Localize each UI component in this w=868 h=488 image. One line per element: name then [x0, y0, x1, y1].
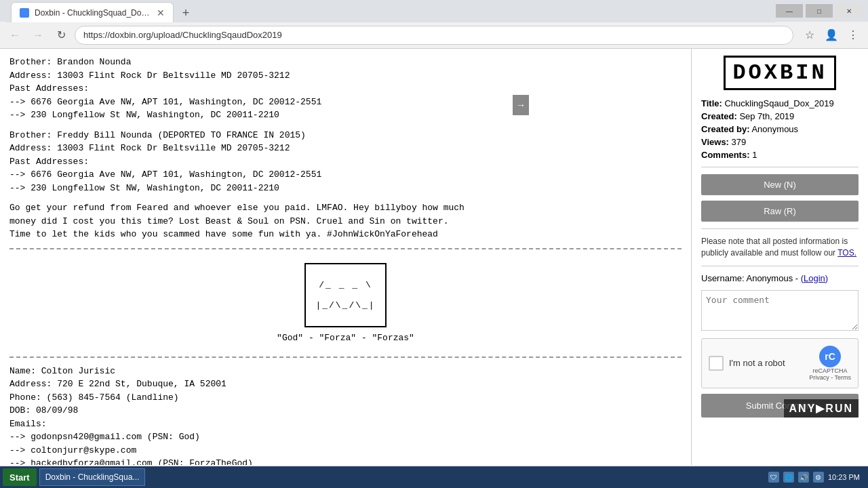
maximize-button[interactable]: □	[806, 4, 833, 18]
brother1-line5: --> 230 Longfellow St NW, Washington, DC…	[9, 108, 682, 122]
title-value: ChucklingSqaud_Dox_2019	[724, 98, 833, 108]
recaptcha-brand: reCAPTCHA	[813, 367, 848, 374]
top-divider	[9, 248, 682, 249]
recaptcha-widget[interactable]: I'm not a robot rC reCAPTCHA Privacy - T…	[701, 338, 859, 388]
recaptcha-label: I'm not a robot	[729, 358, 804, 368]
tab-close-button[interactable]: ✕	[157, 7, 165, 18]
person-line6: --> coltonjurr@skype.com	[9, 444, 682, 458]
username-label: Username:	[701, 273, 745, 283]
browser-content: → Brother: Brandon Nounda Address: 13003…	[0, 49, 868, 465]
sidebar: DOXBIN Title: ChucklingSqaud_Dox_2019 Cr…	[692, 49, 868, 465]
submit-comment-button[interactable]: Submit Comment	[701, 394, 859, 418]
message-line3: Time to let the kids who you scammed hav…	[9, 228, 682, 241]
new-button[interactable]: New (N)	[701, 174, 859, 195]
minimize-button[interactable]: —	[776, 4, 803, 18]
message-line1: Go get your refund from Feared and whoev…	[9, 201, 682, 215]
comments-value: 1	[752, 150, 757, 160]
username-row: Username: Anonymous - (Login)	[701, 273, 859, 283]
more-options-button[interactable]: ⋮	[844, 26, 863, 45]
taskbar: Start Doxbin - ChucklingSqua... 🛡 🌐 🔊 ⚙ …	[0, 466, 868, 488]
system-tray: 🛡 🌐 🔊 ⚙ 10:23 PM	[763, 472, 865, 483]
bookmark-button[interactable]: ☆	[800, 26, 819, 45]
document-metadata: Title: ChucklingSqaud_Dox_2019 Created: …	[701, 98, 859, 160]
person-line1: Address: 720 E 22nd St, Dubuque, IA 5200…	[9, 378, 682, 391]
person-line4: Emails:	[9, 418, 682, 431]
brother2-line5: --> 230 Longfellow St NW, Washington, DC…	[9, 182, 682, 195]
comments-label: Comments:	[701, 150, 750, 160]
main-content-area: Brother: Brandon Nounda Address: 13003 F…	[0, 49, 692, 465]
brother2-line3: Past Addresses:	[9, 155, 682, 169]
ascii-art-section: /_ _ _ \ |_/\_/\_| "God" - "Forza" - "Fo…	[9, 256, 682, 350]
taskbar-window-item[interactable]: Doxbin - ChucklingSqua...	[39, 468, 146, 486]
start-button[interactable]: Start	[3, 468, 37, 486]
created-by-label: Created by:	[701, 124, 750, 134]
tray-icon-network: 🌐	[783, 472, 794, 483]
created-row: Created: Sep 7th, 2019	[701, 111, 859, 121]
tab-favicon	[20, 8, 29, 18]
comment-textarea[interactable]	[701, 290, 859, 331]
message-section: Go get your refund from Feared and whoev…	[9, 201, 682, 241]
brother2-line1: Brother: Freddy Bill Nounda (DEPORTED TO…	[9, 129, 682, 142]
comments-row: Comments: 1	[701, 150, 859, 160]
title-bar: Doxbin - ChucklingSquad_Dox_2019 ✕ + — □…	[0, 0, 868, 22]
person-line0: Name: Colton Jurisic	[9, 365, 682, 378]
recaptcha-logo-image: rC	[819, 346, 841, 367]
person-line2: Phone: (563) 845-7564 (Landline)	[9, 391, 682, 405]
logo-container: DOXBIN	[701, 56, 859, 90]
brother2-section: Brother: Freddy Bill Nounda (DEPORTED TO…	[9, 129, 682, 195]
public-note: Please note that all posted information …	[701, 236, 859, 259]
navigation-bar: ← → ↻ ☆ 👤 ⋮	[0, 22, 868, 49]
meta-divider	[701, 167, 859, 167]
person-line7: --> hackedbyforza@gmail.com (PSN: ForzaT…	[9, 457, 682, 465]
views-label: Views:	[701, 137, 729, 147]
brother1-line2: Address: 13003 Flint Rock Dr Beltsville …	[9, 69, 682, 83]
tray-icon-volume: 🔊	[798, 472, 809, 483]
created-label: Created:	[701, 111, 737, 121]
brother1-section: Brother: Brandon Nounda Address: 13003 F…	[9, 56, 682, 122]
btn-divider	[701, 228, 859, 229]
raw-button[interactable]: Raw (R)	[701, 201, 859, 222]
refresh-button[interactable]: ↻	[52, 26, 71, 45]
forward-button[interactable]: →	[28, 26, 47, 45]
brother1-line1: Brother: Brandon Nounda	[9, 56, 682, 69]
tab-title: Doxbin - ChucklingSquad_Dox_2019	[35, 8, 151, 18]
system-clock: 10:23 PM	[828, 473, 860, 481]
brother2-line2: Address: 13003 Flint Rock Dr Beltsville …	[9, 142, 682, 155]
username-value: Anonymous	[746, 273, 793, 283]
address-bar[interactable]	[75, 26, 793, 45]
note-divider	[701, 266, 859, 266]
views-row: Views: 379	[701, 137, 859, 147]
recaptcha-privacy: Privacy - Terms	[809, 374, 851, 381]
person-line3: DOB: 08/09/98	[9, 404, 682, 418]
ascii-label: "God" - "Forza" - "Forzas"	[277, 333, 414, 343]
sidebar-collapse-button[interactable]: →	[513, 95, 529, 115]
views-value: 379	[732, 137, 747, 147]
recaptcha-logo: rC reCAPTCHA Privacy - Terms	[809, 346, 851, 381]
window-controls: — □ ✕	[776, 4, 863, 18]
title-row: Title: ChucklingSqaud_Dox_2019	[701, 98, 859, 108]
ascii-art-box: /_ _ _ \ |_/\_/\_|	[304, 263, 386, 327]
person-section: Name: Colton Jurisic Address: 720 E 22nd…	[9, 365, 682, 466]
close-button[interactable]: ✕	[835, 4, 863, 18]
brother2-line4: --> 6676 Georgia Ave NW, APT 101, Washin…	[9, 168, 682, 182]
new-tab-button[interactable]: +	[176, 3, 195, 22]
tray-icon-security: 🛡	[768, 472, 779, 483]
back-button[interactable]: ←	[5, 26, 24, 45]
recaptcha-checkbox[interactable]	[709, 356, 724, 371]
title-label: Title:	[701, 98, 722, 108]
created-by-value: Anonymous	[751, 124, 798, 134]
profile-button[interactable]: 👤	[822, 26, 841, 45]
doxbin-logo: DOXBIN	[724, 56, 835, 90]
tos-link[interactable]: TOS.	[837, 248, 856, 258]
created-value: Sep 7th, 2019	[739, 111, 794, 121]
tray-icon-misc: ⚙	[813, 472, 824, 483]
login-link[interactable]: (Login)	[801, 273, 828, 283]
active-tab[interactable]: Doxbin - ChucklingSquad_Dox_2019 ✕	[11, 2, 174, 22]
note-text: Please note that all posted information …	[701, 237, 848, 258]
message-line2: money did I cost you this time? Lost Bea…	[9, 215, 682, 228]
taskbar-items: Doxbin - ChucklingSqua...	[39, 468, 763, 486]
brother1-line4: --> 6676 Georgia Ave NW, APT 101, Washin…	[9, 96, 682, 109]
brother1-line3: Past Addresses:	[9, 82, 682, 96]
created-by-row: Created by: Anonymous	[701, 124, 859, 134]
bottom-divider	[9, 357, 682, 358]
